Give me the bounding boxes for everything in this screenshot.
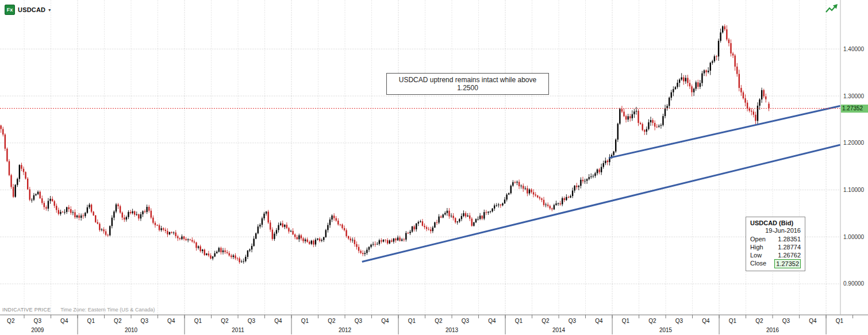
- chevron-down-icon[interactable]: ▾: [48, 7, 51, 13]
- close-value: 1.27352: [774, 259, 801, 268]
- chart-window: 1.400001.300001.200001.100001.000000.900…: [0, 0, 868, 335]
- x-quarter-label: Q2: [755, 318, 763, 324]
- x-quarter-label: Q1: [408, 318, 416, 324]
- tooltip-title: USDCAD (Bid): [750, 220, 801, 226]
- x-quarter-label: Q4: [809, 318, 817, 324]
- x-quarter-label: Q2: [541, 318, 550, 324]
- x-quarter-label: Q1: [301, 318, 309, 324]
- ohlc-tooltip: USDCAD (Bid) 19-Jun-2016 Open 1.28351 Hi…: [746, 217, 805, 271]
- tooltip-low-row: Low 1.26762: [750, 251, 801, 259]
- x-quarter-label: Q4: [381, 318, 389, 324]
- price-chart[interactable]: 1.400001.300001.200001.100001.000000.900…: [0, 0, 868, 335]
- y-axis-label: 1.30000: [843, 93, 865, 99]
- y-axis-label: 1.20000: [843, 140, 865, 146]
- current-price-tag: 1.27352: [841, 105, 868, 113]
- x-quarter-label: Q2: [114, 318, 122, 324]
- x-quarter-label: Q2: [435, 318, 443, 324]
- x-quarter-label: Q4: [595, 318, 603, 324]
- x-quarter-label: Q3: [248, 318, 256, 324]
- tooltip-open-row: Open 1.28351: [750, 235, 801, 243]
- x-quarter-label: Q4: [488, 318, 496, 324]
- y-axis-labels: 1.400001.300001.200001.100001.000000.900…: [843, 46, 865, 287]
- x-axis-quarters: Q2Q3Q4Q1Q2Q3Q4Q1Q2Q3Q4Q1Q2Q3Q4Q1Q2Q3Q4Q1…: [7, 315, 852, 324]
- status-bar: INDICATIVE PRICE Time Zone: Eastern Time…: [2, 307, 155, 313]
- y-axis-label: 1.00000: [843, 234, 865, 240]
- x-quarter-label: Q2: [328, 318, 336, 324]
- candlestick-series: [0, 24, 769, 264]
- symbol-selector[interactable]: USDCAD: [18, 6, 45, 13]
- open-label: Open: [750, 235, 766, 243]
- high-value: 1.28774: [778, 243, 801, 251]
- y-axis-label: 1.10000: [843, 187, 865, 193]
- x-quarter-label: Q1: [836, 318, 844, 324]
- timezone-label: Time Zone: Eastern Time (US & Canada): [60, 307, 155, 313]
- fx-icon: Fx: [5, 5, 15, 15]
- x-quarter-label: Q1: [87, 318, 95, 324]
- y-axis-label: 1.40000: [843, 46, 865, 52]
- x-quarter-label: Q2: [648, 318, 656, 324]
- x-quarter-label: Q1: [515, 318, 523, 324]
- x-year-label: 2012: [339, 327, 352, 333]
- x-quarter-label: Q3: [34, 318, 42, 324]
- close-label: Close: [750, 259, 766, 268]
- x-quarter-label: Q4: [702, 318, 710, 324]
- x-quarter-label: Q4: [274, 318, 282, 324]
- x-year-label: 2015: [659, 327, 673, 333]
- x-year-label: 2009: [31, 327, 44, 333]
- low-label: Low: [750, 251, 762, 259]
- chart-annotation[interactable]: USDCAD uptrend remains intact while abov…: [386, 73, 549, 95]
- tooltip-high-row: High 1.28774: [750, 243, 801, 251]
- x-quarter-label: Q3: [355, 318, 363, 324]
- y-axis-label: 0.90000: [843, 280, 865, 287]
- x-quarter-label: Q3: [675, 318, 683, 324]
- indicative-price-label: INDICATIVE PRICE: [2, 307, 51, 313]
- open-value: 1.28351: [778, 235, 801, 243]
- low-value: 1.26762: [778, 251, 801, 259]
- fx-icon-label: Fx: [7, 7, 13, 13]
- tooltip-close-row: Close 1.27352: [750, 259, 801, 268]
- x-quarter-label: Q3: [462, 318, 470, 324]
- x-year-label: 2011: [232, 327, 244, 333]
- x-quarter-label: Q2: [221, 318, 229, 324]
- x-year-label: 2010: [125, 327, 138, 333]
- tooltip-date: 19-Jun-2016: [750, 227, 801, 234]
- x-quarter-label: Q1: [622, 318, 630, 324]
- x-year-label: 2013: [445, 327, 459, 333]
- x-year-label: 2014: [552, 327, 566, 333]
- x-quarter-label: Q4: [60, 318, 68, 324]
- x-quarter-label: Q3: [782, 318, 790, 324]
- vertical-gridlines: [24, 0, 826, 315]
- symbol-header: Fx USDCAD ▾: [5, 5, 51, 15]
- x-quarter-label: Q3: [569, 318, 577, 324]
- x-quarter-label: Q4: [167, 318, 175, 324]
- x-quarter-label: Q2: [7, 318, 15, 324]
- x-year-label: 2016: [766, 327, 779, 333]
- trend-arrow-icon[interactable]: [825, 3, 838, 14]
- x-quarter-label: Q1: [729, 318, 737, 324]
- x-quarter-label: Q1: [194, 318, 202, 324]
- x-quarter-label: Q3: [141, 318, 149, 324]
- trendline-channel-upper[interactable]: [609, 106, 840, 158]
- high-label: High: [750, 243, 763, 251]
